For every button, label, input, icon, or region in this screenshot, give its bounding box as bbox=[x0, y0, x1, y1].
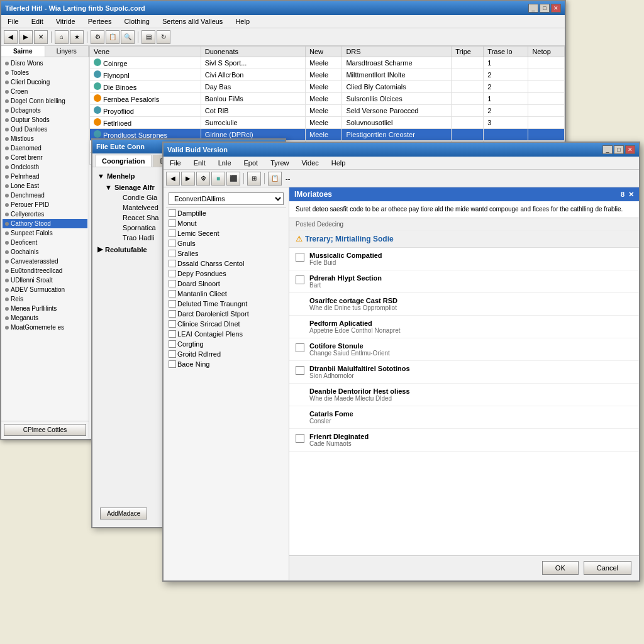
entry-checkbox[interactable] bbox=[296, 275, 304, 284]
list-entry[interactable]: Pdrerah Hlypt Section Bart bbox=[289, 270, 639, 293]
col-drs[interactable]: DRS bbox=[342, 47, 452, 57]
w3-tb5[interactable]: ⬛ bbox=[226, 172, 240, 186]
list-item[interactable]: Sralies bbox=[166, 248, 286, 258]
sidebar-tab-sairne[interactable]: Sairne bbox=[1, 46, 45, 57]
table-row[interactable]: Fetlrlioed Surrociulie Meele Soluvnousot… bbox=[90, 117, 565, 129]
toolbar-btn-8[interactable]: 🔍 bbox=[121, 30, 135, 44]
col-new[interactable]: New bbox=[306, 47, 342, 57]
w3-tb2[interactable]: ▶ bbox=[181, 172, 195, 186]
ok-button[interactable]: OK bbox=[542, 561, 579, 575]
w3-dropdown[interactable]: EconvertDAllims bbox=[169, 192, 284, 205]
cancel-button[interactable]: Cancel bbox=[584, 561, 631, 575]
toolbar-btn-9[interactable]: ▤ bbox=[142, 30, 155, 44]
checkbox[interactable] bbox=[169, 280, 176, 287]
maximize-button[interactable]: □ bbox=[540, 4, 550, 13]
entry-checkbox[interactable] bbox=[296, 253, 304, 262]
list-item[interactable]: Damptille bbox=[166, 208, 286, 218]
checkbox[interactable] bbox=[169, 270, 176, 277]
table-row[interactable]: Fernbea Pesalorls Banlou FiMs Meele Suls… bbox=[90, 93, 565, 105]
sidebar-item-10[interactable]: Coret brenr bbox=[3, 153, 87, 162]
sidebar-item-20[interactable]: Oochainis bbox=[3, 247, 87, 257]
checkbox[interactable] bbox=[169, 320, 176, 328]
list-item[interactable]: Doard Slnoort bbox=[166, 279, 286, 289]
minimize-button[interactable]: _ bbox=[528, 4, 538, 13]
toolbar-btn-5[interactable]: ★ bbox=[70, 30, 84, 44]
checkbox[interactable] bbox=[169, 300, 176, 308]
sidebar-item-1[interactable]: Tooles bbox=[3, 68, 87, 77]
add-madace-button[interactable]: AddMadace bbox=[100, 508, 147, 519]
close-button[interactable]: ✕ bbox=[551, 4, 561, 13]
menu-clothing[interactable]: Clothing bbox=[121, 16, 153, 26]
w3-minimize[interactable]: _ bbox=[602, 145, 613, 154]
sidebar-item-19[interactable]: Deoficent bbox=[3, 238, 87, 247]
sidebar-item-22[interactable]: Eu0tonditreecllcad bbox=[3, 266, 87, 275]
sidebar-item-2[interactable]: Clierl Ducoing bbox=[3, 77, 87, 87]
entry-checkbox[interactable] bbox=[296, 434, 304, 443]
list-item[interactable]: Corgting bbox=[166, 339, 286, 349]
list-item[interactable]: Baoe Ning bbox=[166, 359, 286, 369]
entry-checkbox[interactable] bbox=[296, 343, 304, 352]
w3-menu-help[interactable]: Help bbox=[328, 158, 350, 168]
sidebar-tab-linyers[interactable]: Linyers bbox=[45, 46, 89, 57]
checkbox[interactable] bbox=[169, 290, 176, 297]
list-item[interactable]: Monut bbox=[166, 218, 286, 228]
sidebar-item-28[interactable]: MoatGomemete es bbox=[3, 323, 87, 332]
sidebar-item-4[interactable]: Dogel Conn blelling bbox=[3, 96, 87, 106]
sidebar-item-12[interactable]: Pelnrhead bbox=[3, 172, 87, 181]
sidebar-item-7[interactable]: Oud Danloes bbox=[3, 125, 87, 134]
sidebar-item-21[interactable]: Canveaterassted bbox=[3, 257, 87, 266]
checkbox[interactable] bbox=[169, 219, 176, 227]
w3-tb7[interactable]: 📋 bbox=[268, 172, 282, 186]
table-row[interactable]: Die Binoes Day Bas Meele Clied Bly Catom… bbox=[90, 81, 565, 93]
checkbox[interactable] bbox=[169, 240, 176, 247]
checkbox[interactable] bbox=[169, 350, 176, 358]
list-item[interactable]: Clinice Srircad Dlnet bbox=[166, 319, 286, 329]
entry-checkbox[interactable] bbox=[296, 366, 304, 375]
checkbox[interactable] bbox=[169, 230, 176, 237]
sidebar-item-9[interactable]: Daenomed bbox=[3, 143, 87, 153]
list-item[interactable]: LEAI Contagiel Plens bbox=[166, 329, 286, 339]
w3-menu-enlt[interactable]: Enlt bbox=[190, 158, 209, 168]
sidebar-item-23[interactable]: UDllenni Sroalt bbox=[3, 275, 87, 285]
sidebar-item-3[interactable]: Croen bbox=[3, 87, 87, 96]
menu-help[interactable]: Help bbox=[231, 16, 253, 26]
sidebar-item-18[interactable]: Sunpeet Falols bbox=[3, 228, 87, 238]
table-row[interactable]: Flynopnl Civi AllcrBon Meele Milttmentll… bbox=[90, 69, 565, 81]
toolbar-btn-4[interactable]: ⌂ bbox=[55, 30, 69, 44]
checkbox[interactable] bbox=[169, 310, 176, 318]
list-entry[interactable]: Cotifore Stonule Change Saiud Entlmu-Ori… bbox=[289, 338, 639, 361]
list-item[interactable]: Darct Darolenictl Stport bbox=[166, 309, 286, 319]
sidebar-item-24[interactable]: ADEV Surmucation bbox=[3, 285, 87, 294]
checkbox[interactable] bbox=[169, 250, 176, 257]
sidebar-footer-button[interactable]: CPlmee Cottles bbox=[4, 424, 86, 436]
sidebar-item-6[interactable]: Ouptur Shods bbox=[3, 115, 87, 125]
list-entry[interactable]: Dtranbii Maiulfaltirel Sototinos Sion Ad… bbox=[289, 361, 639, 384]
w3-tb4[interactable]: ■ bbox=[211, 172, 225, 186]
w3-maximize[interactable]: □ bbox=[614, 145, 624, 154]
sidebar-item-17[interactable]: Cathory Stood bbox=[3, 219, 87, 228]
w3-menu-lnle[interactable]: Lnle bbox=[214, 158, 235, 168]
toolbar-btn-6[interactable]: ⚙ bbox=[91, 30, 104, 44]
checkbox[interactable] bbox=[169, 330, 176, 338]
checkbox[interactable] bbox=[169, 209, 176, 217]
list-item[interactable]: Depy Posndues bbox=[166, 269, 286, 279]
w3-menu-tyrew[interactable]: Tyrew bbox=[267, 158, 292, 168]
w3-close[interactable]: ✕ bbox=[625, 145, 635, 154]
menu-edit[interactable]: Edit bbox=[28, 16, 47, 26]
sidebar-item-8[interactable]: Mistlous bbox=[3, 134, 87, 143]
col-vene[interactable]: Vene bbox=[90, 47, 201, 57]
list-entry[interactable]: Mussicalic Compatied Fdle Buid bbox=[289, 248, 639, 270]
checkbox[interactable] bbox=[169, 360, 176, 368]
col-netop[interactable]: Netop bbox=[528, 47, 565, 57]
w3-tb6[interactable]: ⊞ bbox=[247, 172, 261, 186]
menu-vitride[interactable]: Vitride bbox=[52, 16, 79, 26]
col-trase[interactable]: Trase lo bbox=[484, 47, 528, 57]
toolbar-btn-3[interactable]: ✕ bbox=[34, 30, 48, 44]
table-row[interactable]: Proyofliod Cot RlB Meele Seld Versone Pa… bbox=[90, 105, 565, 117]
checkbox[interactable] bbox=[169, 340, 176, 348]
menu-sertens[interactable]: Sertens alld Valleus bbox=[158, 16, 226, 26]
sidebar-item-13[interactable]: Lone East bbox=[3, 181, 87, 191]
col-tripe[interactable]: Tripe bbox=[452, 47, 484, 57]
checkbox[interactable] bbox=[169, 260, 176, 267]
list-item[interactable]: Dssald Charss Centol bbox=[166, 258, 286, 269]
